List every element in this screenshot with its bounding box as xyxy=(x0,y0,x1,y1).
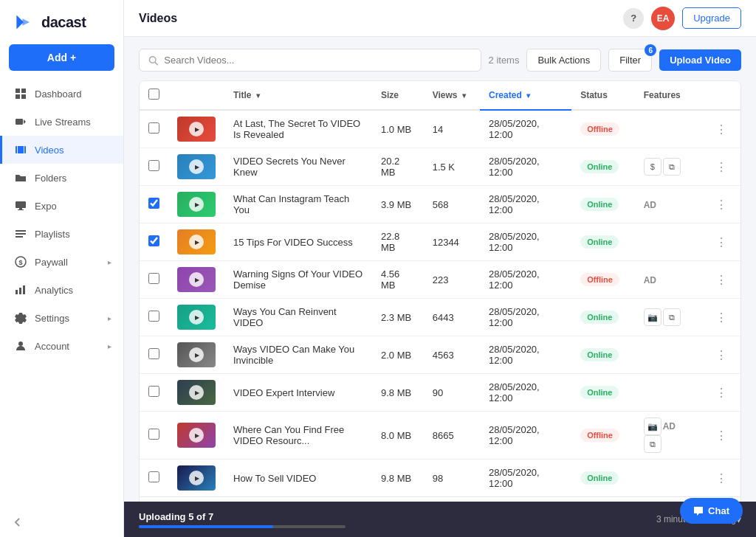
sidebar-item-label: Videos xyxy=(35,145,111,156)
upload-progress-fill xyxy=(139,525,273,528)
table-row: Warning Signs Of Your VIDEO Demise 4.56 … xyxy=(140,261,740,299)
table-row: Where Can You Find Free VIDEO Resourc...… xyxy=(140,412,740,460)
sidebar-item-videos[interactable]: Videos xyxy=(0,136,123,164)
svg-rect-16 xyxy=(16,236,23,238)
row-checkbox[interactable] xyxy=(148,348,159,359)
sidebar-collapse-button[interactable] xyxy=(0,507,123,537)
film-icon xyxy=(14,143,27,156)
row-checkbox[interactable] xyxy=(148,311,159,322)
row-more-button[interactable]: ⋮ xyxy=(711,195,732,215)
status-badge: Online xyxy=(580,471,619,485)
col-size: Size xyxy=(372,81,424,110)
row-more-button[interactable]: ⋮ xyxy=(711,270,732,290)
video-features: AD xyxy=(635,261,702,299)
svg-rect-14 xyxy=(16,230,26,232)
svg-rect-13 xyxy=(18,209,24,210)
chat-button[interactable]: Chat xyxy=(680,498,743,524)
video-title: How To Sell VIDEO xyxy=(224,460,372,497)
sidebar-item-label: Playlists xyxy=(35,229,111,240)
row-checkbox[interactable] xyxy=(148,235,159,246)
video-features: 📷AD⧉ xyxy=(635,412,702,460)
user-avatar-button[interactable]: EA xyxy=(651,7,675,30)
row-more-button[interactable]: ⋮ xyxy=(711,157,732,177)
sidebar-item-live-streams[interactable]: Live Streams xyxy=(0,108,123,136)
items-count: 2 items xyxy=(489,55,520,66)
add-button[interactable]: Add + xyxy=(9,44,114,71)
video-views: 8665 xyxy=(424,412,480,460)
folder-icon xyxy=(14,171,27,184)
video-created: 28/05/2020, 12:00 xyxy=(480,261,571,299)
row-checkbox[interactable] xyxy=(148,122,159,134)
videos-table-container: Title ▾ Size Views ▾ Created ▾ Status Fe… xyxy=(139,80,741,525)
video-thumbnail xyxy=(177,305,216,330)
row-more-button[interactable]: ⋮ xyxy=(711,119,732,139)
col-title: Title ▾ xyxy=(224,81,372,110)
video-created: 28/05/2020, 12:00 xyxy=(480,412,571,460)
table-body: At Last, The Secret To VIDEO Is Revealed… xyxy=(140,110,740,496)
video-views: 14 xyxy=(424,110,480,148)
action-bar: 2 items Bulk Actions Filter 6 Upload Vid… xyxy=(139,49,741,72)
upload-video-button[interactable]: Upload Video xyxy=(659,49,741,71)
sidebar-item-playlists[interactable]: Playlists xyxy=(0,220,123,248)
row-checkbox[interactable] xyxy=(148,429,159,440)
copy-feature-icon: ⧉ xyxy=(663,308,681,326)
table-row: VIDEO Secrets You Never Knew 20.2 MB 1.5… xyxy=(140,148,740,186)
video-views: 568 xyxy=(424,186,480,224)
row-more-button[interactable]: ⋮ xyxy=(711,383,732,403)
camera-feature-icon: 📷 xyxy=(644,418,662,435)
row-more-button[interactable]: ⋮ xyxy=(711,468,732,488)
video-size: 9.8 MB xyxy=(372,460,424,497)
row-checkbox[interactable] xyxy=(148,386,159,397)
sidebar-item-settings[interactable]: Settings ▸ xyxy=(0,304,123,332)
select-all-checkbox[interactable] xyxy=(148,89,159,100)
video-views: 4563 xyxy=(424,336,480,374)
sidebar-item-label: Account xyxy=(35,341,100,352)
upgrade-button[interactable]: Upgrade xyxy=(682,7,741,29)
play-button-icon xyxy=(189,347,204,362)
sidebar-item-account[interactable]: Account ▸ xyxy=(0,332,123,360)
video-features: AD xyxy=(635,186,702,224)
status-badge: Online xyxy=(580,311,619,324)
chat-label: Chat xyxy=(708,505,729,516)
ad-feature-icon: AD xyxy=(663,421,676,432)
status-badge: Online xyxy=(580,386,619,399)
row-more-button[interactable]: ⋮ xyxy=(711,426,732,446)
sidebar-item-dashboard[interactable]: Dashboard xyxy=(0,80,123,108)
video-views: 223 xyxy=(424,261,480,299)
list-icon xyxy=(14,227,27,240)
video-features xyxy=(635,110,702,148)
video-size: 2.3 MB xyxy=(372,299,424,336)
video-thumbnail xyxy=(177,380,216,405)
svg-rect-15 xyxy=(16,233,26,235)
sidebar-item-expo[interactable]: Expo xyxy=(0,192,123,220)
search-input[interactable] xyxy=(164,55,471,66)
video-size: 8.0 MB xyxy=(372,412,424,460)
row-more-button[interactable]: ⋮ xyxy=(711,232,732,252)
video-features xyxy=(635,224,702,261)
row-checkbox[interactable] xyxy=(148,160,159,171)
col-created: Created ▾ xyxy=(480,81,571,110)
status-badge: Online xyxy=(580,198,619,211)
upload-label: Uploading 5 of 7 xyxy=(139,511,656,522)
sidebar-item-paywall[interactable]: $ Paywall ▸ xyxy=(0,248,123,276)
svg-rect-4 xyxy=(16,94,20,99)
row-checkbox[interactable] xyxy=(148,273,159,284)
svg-rect-20 xyxy=(19,288,21,294)
video-thumbnail xyxy=(177,423,216,448)
video-created: 28/05/2020, 12:00 xyxy=(480,224,571,261)
svg-rect-6 xyxy=(16,119,23,125)
svg-rect-10 xyxy=(24,146,24,153)
video-title: Ways VIDEO Can Make You Invincible xyxy=(224,336,372,374)
bulk-actions-button[interactable]: Bulk Actions xyxy=(526,49,601,72)
row-more-button[interactable]: ⋮ xyxy=(711,345,732,365)
row-checkbox[interactable] xyxy=(148,471,159,482)
row-more-button[interactable]: ⋮ xyxy=(711,308,732,328)
sidebar: dacast Add + Dashboard Live Streams Vide… xyxy=(0,0,124,537)
help-button[interactable]: ? xyxy=(623,8,644,29)
row-checkbox[interactable] xyxy=(148,198,159,209)
sidebar-item-analytics[interactable]: Analytics xyxy=(0,276,123,304)
grid-icon xyxy=(14,87,27,100)
sidebar-nav: Dashboard Live Streams Videos Folders xyxy=(0,80,123,360)
sidebar-item-folders[interactable]: Folders xyxy=(0,164,123,192)
copy-feature-icon: ⧉ xyxy=(663,158,681,176)
